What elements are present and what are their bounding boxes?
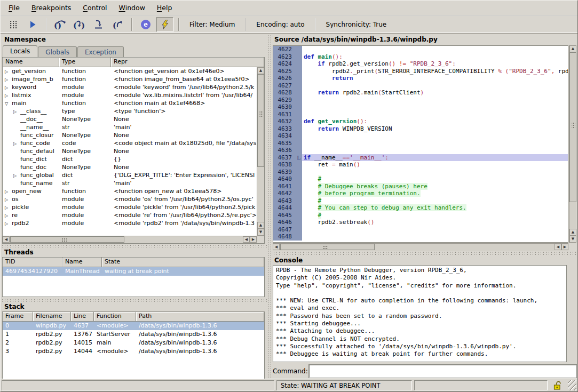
source-horizontal-scrollbar[interactable]: ◀ ◀ ▶: [273, 243, 568, 251]
collapsed-arrow-icon[interactable]: ▷: [13, 172, 20, 180]
source-line[interactable]: 4631: [273, 111, 568, 118]
scroll-left-icon[interactable]: ◀: [555, 244, 561, 250]
source-line[interactable]: 4632def get_version():: [273, 118, 568, 125]
namespace-row[interactable]: ▷remodule<module 're' from '/usr/lib64/p…: [3, 211, 257, 219]
scroll-down-icon[interactable]: ▼: [569, 236, 576, 243]
menu-window[interactable]: Window: [113, 1, 151, 14]
source-line[interactable]: 4642 # before program termination.: [273, 190, 568, 197]
column-header-repr[interactable]: Repr: [111, 58, 264, 67]
namespace-row[interactable]: func_defaulNoneTypeNone: [3, 147, 257, 155]
source-line[interactable]: 4634: [273, 132, 568, 140]
scroll-left-icon[interactable]: ◀: [3, 236, 10, 243]
horizontal-splitter[interactable]: [1, 298, 267, 302]
source-line[interactable]: 4628 return rpdb2.main(StartClient): [273, 89, 568, 97]
source-line[interactable]: 4645 #: [273, 212, 568, 219]
source-line[interactable]: 4638 ret = main(): [273, 161, 568, 169]
source-line[interactable]: 4643 #: [273, 197, 568, 205]
scrollbar-thumb[interactable]: [280, 244, 375, 250]
resize-grip[interactable]: [568, 380, 576, 390]
namespace-row[interactable]: ▷func_globaldict{'DLG_EXPR_TITLE': 'Ente…: [3, 171, 257, 179]
namespace-row[interactable]: func_docNoneTypeNone: [3, 163, 257, 171]
source-line[interactable]: 4635: [273, 140, 568, 147]
scroll-down-icon[interactable]: ▼: [257, 229, 264, 236]
namespace-row[interactable]: ▽mainfunction<function main at 0x1ef4668…: [3, 99, 257, 107]
column-header-path[interactable]: Path: [136, 312, 264, 322]
source-line[interactable]: 4639: [273, 169, 568, 176]
break-button[interactable]: [5, 17, 22, 32]
source-vertical-scrollbar[interactable]: ▲ ▲ ▼: [569, 45, 576, 243]
column-header-frame[interactable]: Frame: [3, 312, 33, 322]
source-line[interactable]: 4629: [273, 97, 568, 104]
column-header-name[interactable]: Name: [3, 58, 59, 67]
column-header-type[interactable]: Type: [59, 58, 111, 67]
collapsed-arrow-icon[interactable]: ▷: [5, 92, 12, 100]
menu-control[interactable]: Control: [77, 1, 113, 14]
stack-row[interactable]: 0winpdb.py4637<module>/data/sys/bin/winp…: [3, 322, 264, 330]
namespace-row[interactable]: ▷func_codecode<code object main at 0x180…: [3, 139, 257, 147]
source-line[interactable]: 4625 rpdb2._print(STR_ERROR_INTERFACE_CO…: [273, 68, 568, 75]
scroll-up-icon[interactable]: ▲: [257, 222, 264, 229]
source-line[interactable]: 4644 # You can step to debug any exit ha…: [273, 204, 568, 212]
namespace-row[interactable]: ▷picklemodule<module 'pickle' from '/usr…: [3, 203, 257, 211]
namespace-row[interactable]: ▷osmodule<module 'os' from '/usr/lib64/p…: [3, 195, 257, 203]
source-line[interactable]: 4623def main():: [273, 53, 568, 61]
scrollbar-thumb[interactable]: [257, 74, 264, 167]
collapsed-arrow-icon[interactable]: ▷: [13, 140, 20, 148]
source-line[interactable]: 4637Lif __name__=='__main__':: [273, 154, 568, 162]
menu-file[interactable]: File: [3, 1, 26, 14]
scroll-left-icon[interactable]: ◀: [243, 236, 250, 243]
scroll-up-icon[interactable]: ▲: [257, 67, 264, 74]
stack-row[interactable]: 2rpdb2.py14015main/data/sys/bin/winpdb-1…: [3, 339, 264, 347]
synchronicity-toggle-button[interactable]: [156, 17, 173, 32]
tab-globals[interactable]: Globals: [38, 46, 77, 57]
namespace-row[interactable]: ▷image_from_bfunction<function image_fro…: [3, 75, 257, 83]
namespace-vertical-scrollbar[interactable]: ▲ ▲ ▼: [257, 67, 264, 236]
collapsed-arrow-icon[interactable]: ▷: [5, 68, 12, 76]
step-button[interactable]: (): [71, 17, 88, 32]
namespace-row[interactable]: func_closurNoneTypeNone: [3, 131, 257, 139]
source-line[interactable]: 4627: [273, 82, 568, 90]
namespace-row[interactable]: func_dictdict{}: [3, 155, 257, 163]
source-line[interactable]: 4646 rpdb2.setbreak(): [273, 219, 568, 226]
scrollbar-thumb[interactable]: [569, 52, 576, 202]
source-line[interactable]: 4633 return WINPDB_VERSION: [273, 125, 568, 133]
stack-row[interactable]: 3rpdb2.py14044<module>/data/sys/bin/winp…: [3, 347, 264, 356]
source-line[interactable]: 4630: [273, 103, 568, 111]
column-header-function[interactable]: Function: [94, 312, 136, 322]
encoding-toggle-button[interactable]: e: [137, 17, 154, 32]
next-button[interactable]: (): [52, 17, 69, 32]
source-line[interactable]: 4647: [273, 226, 568, 234]
scroll-left-icon[interactable]: ◀: [273, 244, 280, 250]
tab-exception[interactable]: Exception: [77, 46, 124, 57]
collapsed-arrow-icon[interactable]: ▷: [13, 108, 20, 116]
collapsed-arrow-icon[interactable]: ▷: [5, 212, 12, 220]
namespace-row[interactable]: ▷listmixmodule<module 'wx.lib.mixins.lis…: [3, 91, 257, 99]
horizontal-splitter[interactable]: [1, 244, 267, 247]
namespace-row[interactable]: __doc__NoneTypeNone: [3, 115, 257, 123]
horizontal-splitter[interactable]: [272, 251, 577, 255]
expanded-arrow-icon[interactable]: ▽: [5, 100, 12, 108]
collapsed-arrow-icon[interactable]: ▷: [5, 220, 12, 228]
vertical-splitter[interactable]: [266, 34, 272, 379]
scroll-right-icon[interactable]: ▶: [561, 244, 568, 250]
column-header-line[interactable]: Line: [71, 312, 94, 322]
source-code-view[interactable]: 46224623def main():4624 if rpdb2.get_ver…: [273, 45, 568, 243]
collapsed-arrow-icon[interactable]: ▷: [5, 204, 12, 212]
source-line[interactable]: 4648: [273, 233, 568, 241]
namespace-horizontal-scrollbar[interactable]: ◀ ◀ ▶: [3, 236, 257, 243]
go-button[interactable]: [24, 17, 41, 32]
scroll-up-icon[interactable]: ▲: [569, 45, 576, 52]
collapsed-arrow-icon[interactable]: ▷: [5, 196, 12, 204]
goto-button[interactable]: [90, 17, 107, 32]
namespace-row[interactable]: ▷rpdb2module<module 'rpdb2' from '/data/…: [3, 219, 257, 227]
namespace-row[interactable]: __name__str'main': [3, 123, 257, 131]
scroll-up-icon[interactable]: ▲: [569, 229, 576, 236]
source-line[interactable]: 4641 # Debuggee breaks (pauses) here: [273, 183, 568, 190]
namespace-row[interactable]: ▷__class__type<type 'function'>: [3, 107, 257, 115]
collapsed-arrow-icon[interactable]: ▷: [5, 76, 12, 84]
source-line[interactable]: 4640 #: [273, 175, 568, 183]
collapsed-arrow-icon[interactable]: ▷: [5, 188, 12, 196]
namespace-row[interactable]: ▷open_newfunction<function open_new at 0…: [3, 187, 257, 195]
scroll-right-icon[interactable]: ▶: [250, 236, 257, 243]
thread-row[interactable]: 46974534127920MainThreadwaiting at break…: [3, 267, 264, 276]
